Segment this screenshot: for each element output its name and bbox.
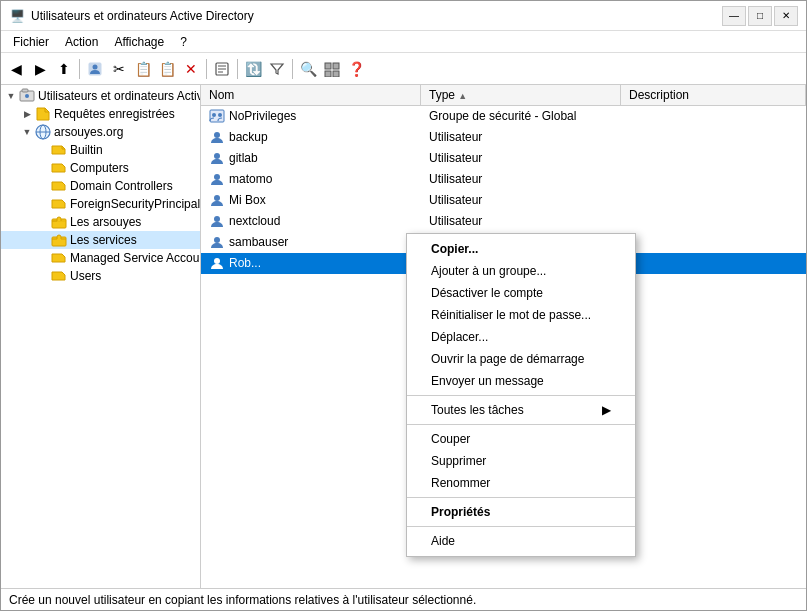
ctx-envoyer-message[interactable]: Envoyer un message: [407, 370, 635, 392]
svg-rect-8: [325, 71, 331, 77]
list-row[interactable]: nextcloud Utilisateur: [201, 211, 806, 232]
cell-desc: [621, 135, 806, 139]
svg-point-1: [93, 64, 98, 69]
icon-foreign: [51, 196, 67, 212]
tree-item-managed[interactable]: ▶ Managed Service Accou...: [1, 249, 200, 267]
cell-desc: [621, 198, 806, 202]
ctx-deplacer[interactable]: Déplacer...: [407, 326, 635, 348]
ctx-supprimer[interactable]: Supprimer: [407, 450, 635, 472]
list-panel[interactable]: Nom Type ▲ Description: [201, 85, 806, 588]
tree-item-les-services[interactable]: ▶ Les services: [1, 231, 200, 249]
expander-les-services[interactable]: ▶: [35, 232, 51, 248]
icon-managed: [51, 250, 67, 266]
toolbar-separator-4: [292, 59, 293, 79]
filter-button[interactable]: [266, 58, 288, 80]
tree-item-arsouyes[interactable]: ▼ arsouyes.org: [1, 123, 200, 141]
icon-les-arsouyes: [51, 214, 67, 230]
cell-type: Utilisateur: [421, 149, 621, 167]
cell-type: Utilisateur: [421, 191, 621, 209]
cell-desc: [621, 156, 806, 160]
properties-button[interactable]: [211, 58, 233, 80]
menu-help[interactable]: ?: [172, 33, 195, 51]
expander-computers[interactable]: ▶: [35, 160, 51, 176]
cell-type: Utilisateur: [421, 212, 621, 230]
svg-rect-11: [22, 89, 28, 92]
refresh-button[interactable]: 🔃: [242, 58, 264, 80]
expander-users[interactable]: ▶: [35, 268, 51, 284]
minimize-button[interactable]: —: [722, 6, 746, 26]
ctx-renommer[interactable]: Renommer: [407, 472, 635, 494]
ctx-toutes-taches[interactable]: Toutes les tâches ▶: [407, 399, 635, 421]
tree-item-saved-queries-label: Requêtes enregistrées: [54, 107, 175, 121]
cell-name: nextcloud: [201, 211, 421, 231]
main-content: ▼ Utilisateurs et ordinateurs Active ▶: [1, 85, 806, 588]
menu-fichier[interactable]: Fichier: [5, 33, 57, 51]
tree-item-computers[interactable]: ▶ Computers: [1, 159, 200, 177]
col-header-name[interactable]: Nom: [201, 85, 421, 105]
tree-root-label: Utilisateurs et ordinateurs Active: [38, 89, 201, 103]
paste-button[interactable]: 📋: [156, 58, 178, 80]
svg-rect-18: [210, 110, 224, 122]
find-button[interactable]: 🔍: [297, 58, 319, 80]
tree-item-saved-queries[interactable]: ▶ Requêtes enregistrées: [1, 105, 200, 123]
ctx-aide[interactable]: Aide: [407, 530, 635, 552]
cell-type: Utilisateur: [421, 170, 621, 188]
tree-item-users-label: Users: [70, 269, 101, 283]
tree-item-les-arsouyes[interactable]: ▶ Les arsouyes: [1, 213, 200, 231]
ctx-separator-4: [407, 526, 635, 527]
expander-foreign[interactable]: ▶: [35, 196, 51, 212]
list-row[interactable]: backup Utilisateur: [201, 127, 806, 148]
ctx-copier[interactable]: Copier...: [407, 238, 635, 260]
copy-button[interactable]: 📋: [132, 58, 154, 80]
tree-item-builtin[interactable]: ▶ Builtin: [1, 141, 200, 159]
ctx-ajouter-groupe[interactable]: Ajouter à un groupe...: [407, 260, 635, 282]
help-button[interactable]: ❓: [345, 58, 367, 80]
expander-saved-queries[interactable]: ▶: [19, 106, 35, 122]
ctx-proprietes[interactable]: Propriétés: [407, 501, 635, 523]
tree-item-domain-controllers[interactable]: ▶ Domain Controllers: [1, 177, 200, 195]
ctx-reinitialiser[interactable]: Réinitialiser le mot de passe...: [407, 304, 635, 326]
tree-item-les-arsouyes-label: Les arsouyes: [70, 215, 141, 229]
list-row[interactable]: matomo Utilisateur: [201, 169, 806, 190]
maximize-button[interactable]: □: [748, 6, 772, 26]
title-bar-controls: — □ ✕: [722, 6, 798, 26]
svg-point-24: [214, 195, 220, 201]
forward-button[interactable]: ▶: [29, 58, 51, 80]
close-button[interactable]: ✕: [774, 6, 798, 26]
list-row[interactable]: NoPrivileges Groupe de sécurité - Global: [201, 106, 806, 127]
col-header-type[interactable]: Type ▲: [421, 85, 621, 105]
back-button[interactable]: ◀: [5, 58, 27, 80]
ctx-couper[interactable]: Couper: [407, 428, 635, 450]
cut-button[interactable]: ✂: [108, 58, 130, 80]
tree-root[interactable]: ▼ Utilisateurs et ordinateurs Active: [1, 87, 200, 105]
expander-managed[interactable]: ▶: [35, 250, 51, 266]
expander-les-arsouyes[interactable]: ▶: [35, 214, 51, 230]
sort-arrow-icon: ▲: [458, 91, 467, 101]
delete-button[interactable]: ✕: [180, 58, 202, 80]
tree-root-expander[interactable]: ▼: [3, 88, 19, 104]
tree-panel[interactable]: ▼ Utilisateurs et ordinateurs Active ▶: [1, 85, 201, 588]
expander-builtin[interactable]: ▶: [35, 142, 51, 158]
ctx-ouvrir-page[interactable]: Ouvrir la page de démarrage: [407, 348, 635, 370]
tree-item-users[interactable]: ▶ Users: [1, 267, 200, 285]
ctx-desactiver[interactable]: Désactiver le compte: [407, 282, 635, 304]
expander-dc[interactable]: ▶: [35, 178, 51, 194]
list-row[interactable]: gitlab Utilisateur: [201, 148, 806, 169]
menu-affichage[interactable]: Affichage: [106, 33, 172, 51]
show-users-button[interactable]: [84, 58, 106, 80]
icon-users: [51, 268, 67, 284]
tree-item-managed-label: Managed Service Accou...: [70, 251, 201, 265]
svg-point-26: [214, 237, 220, 243]
toolbar: ◀ ▶ ⬆ ✂ 📋 📋 ✕ 🔃: [1, 53, 806, 85]
cell-name: gitlab: [201, 148, 421, 168]
up-button[interactable]: ⬆: [53, 58, 75, 80]
title-bar: 🖥️ Utilisateurs et ordinateurs Active Di…: [1, 1, 806, 31]
expander-arsouyes[interactable]: ▼: [19, 124, 35, 140]
menu-action[interactable]: Action: [57, 33, 106, 51]
col-header-description[interactable]: Description: [621, 85, 806, 105]
list-row[interactable]: Mi Box Utilisateur: [201, 190, 806, 211]
view-button[interactable]: [321, 58, 343, 80]
cell-desc: [621, 219, 806, 223]
tree-item-foreign[interactable]: ▶ ForeignSecurityPrincipals: [1, 195, 200, 213]
toolbar-separator-2: [206, 59, 207, 79]
